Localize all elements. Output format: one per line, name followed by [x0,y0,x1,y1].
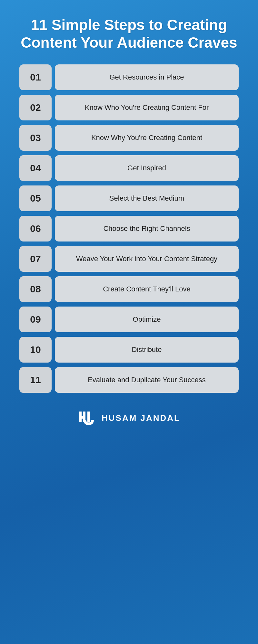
step-number-10: 10 [30,344,41,355]
step-number-11: 11 [30,374,41,385]
step-number-box-5: 05 [19,185,52,211]
step-number-box-8: 08 [19,276,52,302]
step-number-6: 06 [30,223,41,234]
step-number-box-9: 09 [19,307,52,332]
step-label-box-3: Know Why You're Creating Content [55,125,239,151]
step-number-box-10: 10 [19,337,52,363]
step-row: 08Create Content They'll Love [19,276,239,302]
step-label-box-5: Select the Best Medium [55,185,239,211]
step-row: 02Know Who You're Creating Content For [19,95,239,120]
step-label-3: Know Why You're Creating Content [91,133,202,143]
step-label-5: Select the Best Medium [109,194,184,203]
brand-logo-icon [78,409,96,427]
step-number-4: 04 [30,163,41,174]
step-number-box-11: 11 [19,367,52,393]
step-number-box-6: 06 [19,216,52,242]
step-label-box-10: Distribute [55,337,239,363]
step-row: 10Distribute [19,337,239,363]
step-label-2: Know Who You're Creating Content For [85,103,209,112]
step-number-box-3: 03 [19,125,52,151]
step-label-11: Evaluate and Duplicate Your Success [88,375,206,385]
step-number-box-2: 02 [19,95,52,120]
step-number-2: 02 [30,102,41,113]
step-row: 03Know Why You're Creating Content [19,125,239,151]
step-label-box-6: Choose the Right Channels [55,216,239,242]
step-label-box-7: Weave Your Work into Your Content Strate… [55,246,239,272]
step-label-9: Optimize [133,315,161,324]
step-number-box-1: 01 [19,64,52,90]
brand-name: HUSAM JANDAL [102,413,180,423]
step-number-box-7: 07 [19,246,52,272]
page-title: 11 Simple Steps to Creating Content Your… [19,16,239,52]
step-label-6: Choose the Right Channels [103,224,190,233]
step-row: 05Select the Best Medium [19,185,239,211]
step-number-box-4: 04 [19,155,52,181]
step-number-8: 08 [30,284,41,295]
step-number-1: 01 [30,72,41,83]
step-number-9: 09 [30,314,41,325]
step-row: 09Optimize [19,307,239,332]
step-row: 11Evaluate and Duplicate Your Success [19,367,239,393]
step-row: 04Get Inspired [19,155,239,181]
step-label-box-2: Know Who You're Creating Content For [55,95,239,120]
step-label-box-9: Optimize [55,307,239,332]
svg-rect-3 [87,412,90,422]
step-label-10: Distribute [132,345,162,355]
step-number-5: 05 [30,193,41,204]
step-number-7: 07 [30,253,41,264]
footer: HUSAM JANDAL [78,409,180,427]
step-row: 01Get Resources in Place [19,64,239,90]
step-row: 06Choose the Right Channels [19,216,239,242]
step-label-1: Get Resources in Place [109,73,184,82]
step-label-box-11: Evaluate and Duplicate Your Success [55,367,239,393]
step-row: 07Weave Your Work into Your Content Stra… [19,246,239,272]
step-label-4: Get Inspired [127,164,166,173]
step-label-7: Weave Your Work into Your Content Strate… [76,254,217,264]
step-number-3: 03 [30,132,41,143]
step-label-8: Create Content They'll Love [103,285,191,294]
step-label-box-4: Get Inspired [55,155,239,181]
step-label-box-8: Create Content They'll Love [55,276,239,302]
step-label-box-1: Get Resources in Place [55,64,239,90]
steps-list: 01Get Resources in Place02Know Who You'r… [19,64,239,393]
